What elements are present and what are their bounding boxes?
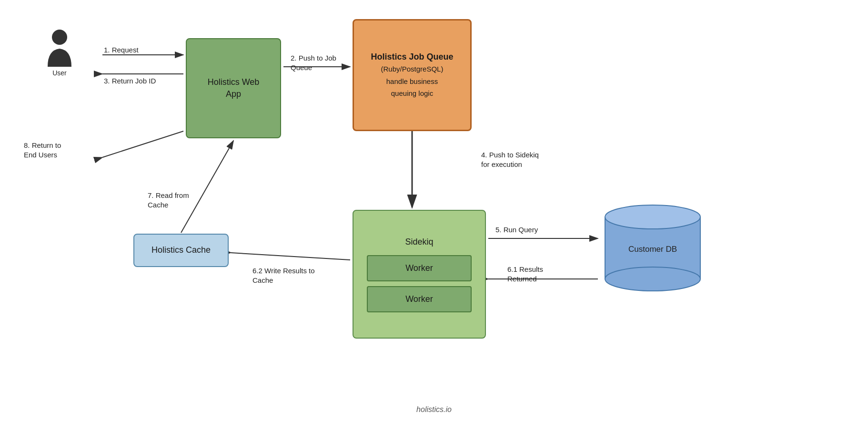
- svg-line-10: [181, 141, 233, 233]
- web-app-label: Holistics WebApp: [208, 76, 260, 100]
- customer-db-svg: Customer DB: [598, 200, 707, 296]
- svg-point-13: [605, 205, 700, 229]
- cache-label: Holistics Cache: [151, 244, 211, 256]
- worker2-label: Worker: [405, 293, 433, 305]
- label-step8: 8. Return to End Users: [24, 141, 61, 159]
- label-step4: 4. Push to Sidekiq for execution: [481, 150, 539, 169]
- sidekiq-box: Sidekiq Worker Worker: [353, 210, 486, 339]
- label-step6-2: 6.2 Write Results to Cache: [252, 266, 315, 285]
- svg-point-14: [605, 267, 700, 291]
- svg-point-11: [52, 30, 67, 45]
- cache-box: Holistics Cache: [133, 234, 229, 267]
- svg-text:Customer DB: Customer DB: [628, 245, 677, 254]
- label-step1: 1. Request: [104, 45, 139, 55]
- user-icon: User: [45, 29, 74, 77]
- diagram-container: User 1. Request 3. Return Job ID 8. Retu…: [0, 0, 868, 433]
- job-queue-box: Holistics Job Queue (Ruby/PostgreSQL)han…: [353, 19, 472, 131]
- web-app-box: Holistics WebApp: [186, 38, 281, 138]
- label-step7: 7. Read from Cache: [148, 191, 189, 209]
- svg-line-9: [231, 253, 350, 260]
- label-step3: 3. Return Job ID: [104, 76, 156, 86]
- footer: holistics.io: [416, 405, 452, 414]
- svg-line-4: [102, 131, 183, 157]
- sidekiq-content: Sidekiq Worker Worker: [353, 231, 485, 317]
- worker1-label: Worker: [405, 262, 433, 274]
- job-queue-label: Holistics Job Queue (Ruby/PostgreSQL)han…: [371, 51, 453, 99]
- label-step5: 5. Run Query: [495, 225, 538, 235]
- label-step6-1: 6.1 Results Returned: [507, 265, 543, 283]
- label-step2: 2. Push to Job Queue: [291, 53, 336, 72]
- user-label: User: [52, 69, 67, 77]
